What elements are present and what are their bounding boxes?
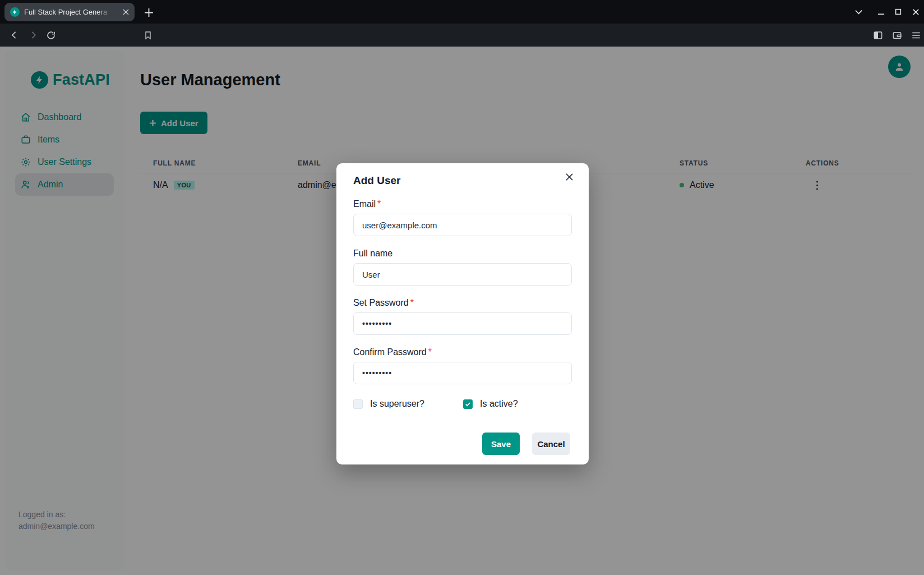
checkbox-icon <box>353 399 363 409</box>
modal-title: Add User <box>353 174 400 187</box>
tab-bar: Full Stack Project Genera <box>0 0 924 24</box>
wallet-icon[interactable] <box>888 24 907 47</box>
set-password-input[interactable] <box>353 312 572 335</box>
email-field-group: Email* <box>353 199 572 236</box>
set-password-field-group: Set Password* <box>353 298 572 335</box>
is-superuser-checkbox[interactable]: Is superuser? <box>353 399 424 409</box>
email-label: Email <box>353 199 376 209</box>
email-input[interactable] <box>353 214 572 236</box>
close-tab-icon[interactable] <box>123 9 129 15</box>
add-user-modal: Add User Email* Full name* Set Password*… <box>336 163 589 464</box>
browser-tab[interactable]: Full Stack Project Genera <box>4 3 135 21</box>
save-button[interactable]: Save <box>482 433 520 455</box>
browser-window: Full Stack Project Genera <box>0 0 924 575</box>
full-name-field-group: Full name* <box>353 249 572 286</box>
maximize-window-icon[interactable] <box>894 0 902 24</box>
close-window-icon[interactable] <box>912 0 920 24</box>
browser-toolbar: localhost/admin 1 <box>0 24 924 47</box>
close-modal-icon[interactable] <box>562 169 576 184</box>
back-icon[interactable] <box>4 24 24 47</box>
required-marker: * <box>410 298 414 307</box>
is-active-checkbox[interactable]: Is active? <box>463 399 518 409</box>
checkbox-icon <box>463 399 473 409</box>
tab-search-icon[interactable] <box>854 0 863 24</box>
fastapi-favicon-icon <box>10 7 20 17</box>
sidebar-toggle-icon[interactable] <box>868 24 888 47</box>
confirm-password-field-group: Confirm Password* <box>353 347 572 384</box>
checkbox-row: Is superuser? Is active? <box>353 399 572 410</box>
new-tab-button[interactable] <box>141 5 156 20</box>
confirm-password-label: Confirm Password <box>353 347 427 357</box>
required-marker: * <box>377 199 381 209</box>
forward-icon[interactable] <box>24 24 43 47</box>
full-name-label: Full name <box>353 249 392 258</box>
is-superuser-label: Is superuser? <box>370 399 424 409</box>
confirm-password-input[interactable] <box>353 362 572 384</box>
bookmark-icon[interactable] <box>138 24 158 47</box>
tab-title: Full Stack Project Genera <box>24 8 113 16</box>
is-active-label: Is active? <box>480 399 518 409</box>
menu-icon[interactable] <box>907 24 924 47</box>
minimize-window-icon[interactable] <box>877 0 885 24</box>
reload-icon[interactable] <box>41 24 61 47</box>
full-name-input[interactable] <box>353 263 572 286</box>
set-password-label: Set Password <box>353 298 409 307</box>
cancel-button[interactable]: Cancel <box>532 433 570 455</box>
required-marker: * <box>428 347 432 357</box>
